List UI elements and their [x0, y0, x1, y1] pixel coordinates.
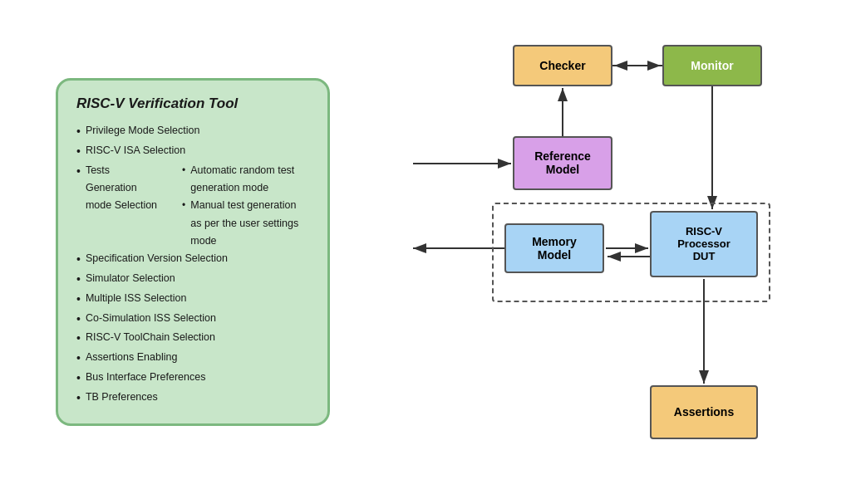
bullet-item: Bus Interface Preferences [76, 369, 309, 389]
checker-box: Checker [513, 45, 612, 86]
bullet-item: RISC-V ToolChain Selection [76, 329, 309, 349]
memory-model-box: Memory Model [504, 223, 604, 273]
bullet-item: Privilege Mode Selection [76, 122, 309, 142]
bullet-item: Tests Generation mode SelectionAutomatic… [76, 162, 309, 250]
bullet-item: TB Preferences [76, 389, 309, 409]
sub-bullet-item: Automatic random test generation mode [182, 162, 309, 198]
bullet-item: RISC-V ISA Selection [76, 142, 309, 162]
monitor-box: Monitor [662, 45, 762, 86]
right-panel: Checker Monitor Reference Model Memory M… [363, 28, 795, 477]
bullet-item: Co-Simulation ISS Selection [76, 310, 309, 330]
bullet-list: Privilege Mode SelectionRISC-V ISA Selec… [76, 122, 309, 408]
reference-model-box: Reference Model [513, 136, 612, 190]
diagram-container: RISC-V Verification Tool Privilege Mode … [0, 0, 851, 504]
assertions-box: Assertions [650, 385, 758, 439]
bullet-item: Multiple ISS Selection [76, 290, 309, 310]
left-panel-title: RISC-V Verification Tool [76, 95, 309, 112]
left-panel: RISC-V Verification Tool Privilege Mode … [56, 78, 330, 425]
bullet-item: Specification Version Selection [76, 250, 309, 270]
bullet-item: Simulator Selection [76, 270, 309, 290]
bullet-item: Assertions Enabling [76, 349, 309, 369]
sub-bullet-item: Manual test generation as per the user s… [182, 197, 309, 250]
riscv-dut-box: RISC-V Processor DUT [650, 211, 758, 277]
